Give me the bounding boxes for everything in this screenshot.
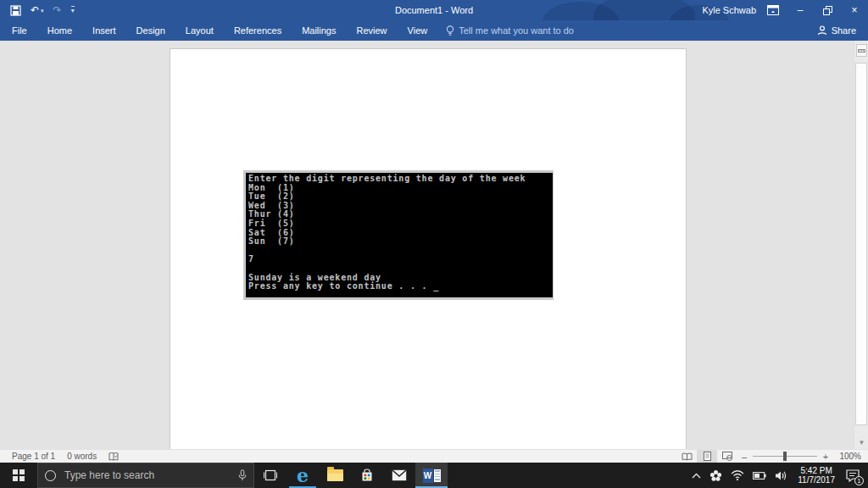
lightbulb-icon <box>446 25 454 36</box>
tab-view[interactable]: View <box>398 20 438 41</box>
console-line <box>248 247 553 256</box>
chevron-up-icon <box>692 473 701 479</box>
action-center-button[interactable]: 1 <box>841 463 868 488</box>
tab-home[interactable]: Home <box>37 20 82 41</box>
tab-insert[interactable]: Insert <box>82 20 126 41</box>
document-canvas[interactable]: Enter the digit representing the day of … <box>0 41 868 449</box>
document-page[interactable]: Enter the digit representing the day of … <box>170 48 687 449</box>
undo-dropdown-icon[interactable]: ▾ <box>41 8 44 14</box>
volume-icon <box>775 470 787 481</box>
store-icon <box>360 469 374 482</box>
wifi-button[interactable] <box>726 463 748 488</box>
taskbar-file-explorer-button[interactable] <box>319 463 351 488</box>
ribbon-display-options-button[interactable] <box>760 0 787 20</box>
minimize-icon: – <box>798 4 804 16</box>
embedded-console-screenshot[interactable]: Enter the digit representing the day of … <box>243 170 554 300</box>
search-placeholder: Type here to search <box>64 469 238 481</box>
system-tray: 5:42 PM 11/7/2017 1 <box>687 463 868 488</box>
console-line: 7 <box>248 255 553 264</box>
wifi-icon <box>731 470 744 480</box>
close-icon: × <box>851 4 857 16</box>
taskbar-edge-button[interactable]: e <box>287 463 319 488</box>
tab-references[interactable]: References <box>224 20 292 41</box>
status-bar: Page 1 of 1 0 words – + 100% <box>0 449 868 463</box>
web-layout-icon <box>722 452 732 461</box>
vertical-scrollbar[interactable]: ▼ <box>854 41 868 449</box>
restore-button[interactable] <box>814 0 841 20</box>
save-icon <box>10 5 21 16</box>
taskbar-word-button[interactable]: W <box>415 463 448 488</box>
word-icon: W <box>423 469 441 483</box>
microphone-icon[interactable] <box>238 469 247 481</box>
read-mode-icon <box>682 452 693 461</box>
window-controls: – × <box>760 0 868 20</box>
share-label: Share <box>832 25 856 36</box>
proofing-icon <box>108 452 119 462</box>
signed-in-user[interactable]: Kyle Schwab <box>702 0 756 20</box>
taskbar: Type here to search e <box>0 463 868 488</box>
notification-badge: 1 <box>854 476 864 485</box>
tab-design[interactable]: Design <box>126 20 175 41</box>
console-line: Sun (7) <box>248 237 553 247</box>
scrollbar-thumb[interactable] <box>855 63 867 425</box>
edge-icon: e <box>297 467 309 484</box>
mail-icon <box>392 469 407 481</box>
taskbar-mail-button[interactable] <box>383 463 415 488</box>
tell-me-label: Tell me what you want to do <box>459 25 574 36</box>
task-view-button[interactable] <box>254 463 287 488</box>
save-button[interactable] <box>10 5 21 16</box>
word-count[interactable]: 0 words <box>67 452 97 461</box>
tray-flower-button[interactable] <box>705 463 726 488</box>
volume-button[interactable] <box>771 463 792 488</box>
print-layout-button[interactable] <box>697 450 717 463</box>
console-line: Enter the digit representing the day of … <box>248 175 553 184</box>
zoom-slider[interactable] <box>753 456 817 457</box>
print-layout-icon <box>703 452 712 461</box>
title-bar: ↶ ▾ ↷ ▾ Document1 - Word Kyle Schwab – <box>0 0 868 20</box>
taskbar-store-button[interactable] <box>351 463 383 488</box>
read-mode-button[interactable] <box>676 450 697 463</box>
proofing-status-button[interactable] <box>108 452 119 462</box>
search-icon <box>45 470 56 481</box>
file-explorer-icon <box>327 469 343 481</box>
redo-button[interactable]: ↷ <box>53 5 62 15</box>
customize-qat-icon: ▾ <box>71 6 75 14</box>
console-line: Fri (5) <box>248 219 553 229</box>
tab-review[interactable]: Review <box>347 20 398 41</box>
customize-qat-button[interactable]: ▾ <box>71 6 75 14</box>
clock-date: 11/7/2017 <box>798 475 835 485</box>
flower-icon <box>709 469 722 482</box>
web-layout-button[interactable] <box>717 450 737 463</box>
undo-icon: ↶ <box>31 5 39 15</box>
task-view-icon <box>264 469 277 481</box>
battery-button[interactable] <box>748 463 771 488</box>
tab-layout[interactable]: Layout <box>175 20 224 41</box>
zoom-slider-thumb[interactable] <box>783 452 787 461</box>
restore-icon <box>823 6 832 15</box>
console-output: Enter the digit representing the day of … <box>246 173 553 297</box>
console-line: Press any key to continue . . . _ <box>248 282 553 291</box>
ruler-toggle-button[interactable] <box>856 44 867 57</box>
tell-me-box[interactable]: Tell me what you want to do <box>446 25 574 36</box>
close-button[interactable]: × <box>841 0 868 20</box>
tab-file[interactable]: File <box>0 20 37 41</box>
console-line <box>248 264 553 274</box>
page-indicator[interactable]: Page 1 of 1 <box>12 452 55 461</box>
taskbar-clock[interactable]: 5:42 PM 11/7/2017 <box>792 466 841 485</box>
ruler-toggle-icon <box>858 47 865 54</box>
redo-icon: ↷ <box>53 5 62 15</box>
start-button[interactable] <box>0 463 37 488</box>
ribbon-tab-row: File Home Insert Design Layout Reference… <box>0 20 868 41</box>
undo-button[interactable]: ↶ ▾ <box>31 5 44 15</box>
ribbon-display-options-icon <box>767 5 779 15</box>
taskbar-search-box[interactable]: Type here to search <box>37 463 254 488</box>
zoom-level[interactable]: 100% <box>832 452 861 461</box>
show-hidden-icons-button[interactable] <box>687 463 705 488</box>
minimize-button[interactable]: – <box>787 0 814 20</box>
scroll-down-icon[interactable]: ▼ <box>854 439 868 446</box>
zoom-out-button[interactable]: – <box>737 452 751 462</box>
share-person-icon <box>817 25 827 36</box>
share-button[interactable]: Share <box>810 20 863 41</box>
zoom-in-button[interactable]: + <box>819 452 832 462</box>
tab-mailings[interactable]: Mailings <box>292 20 346 41</box>
